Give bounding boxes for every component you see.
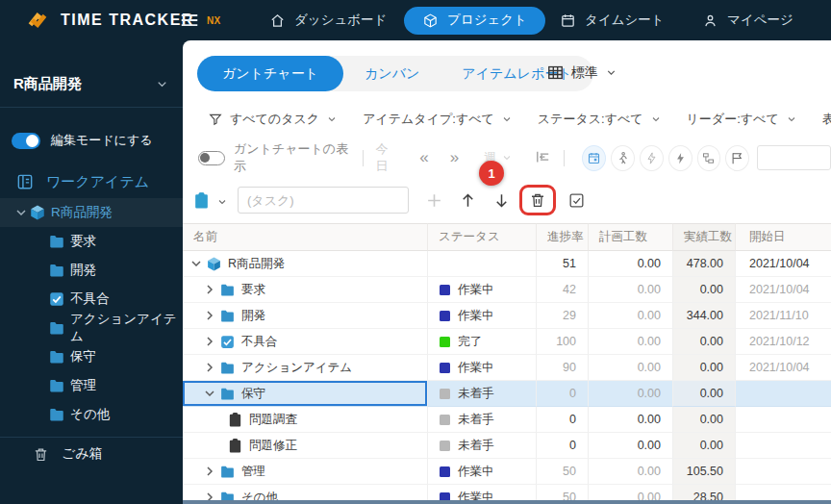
tree-item-label: R商品開発 — [51, 204, 113, 221]
folder-icon — [48, 319, 65, 337]
chevron-right-icon[interactable] — [202, 360, 217, 375]
annotation-step-badge: 1 — [479, 161, 504, 186]
table-row[interactable]: R商品開発510.00478.002021/10/04 — [183, 251, 831, 277]
move-down-icon[interactable] — [492, 191, 511, 210]
sidebar-tree-item-3[interactable]: 不具合 — [0, 285, 183, 314]
table-row[interactable]: 要求作業中420.000.002021/10/04 — [183, 277, 831, 303]
nav-item-mypage[interactable]: マイページ — [702, 0, 793, 40]
nav-item-dashboard[interactable]: ダッシュボード — [269, 0, 387, 40]
related-items-icon[interactable] — [697, 145, 721, 171]
sidebar-item-trash[interactable]: ごみ箱 — [0, 438, 183, 470]
start-date-cell: 2021/11/10 — [736, 303, 831, 329]
edit-mode-toggle[interactable]: 編集モードにする — [12, 127, 183, 154]
sidebar-item-workitems[interactable]: ワークアイテム — [15, 169, 183, 194]
milestone-flag-icon[interactable] — [725, 145, 749, 171]
sidebar-tree-item-2[interactable]: 開発 — [0, 256, 183, 285]
divider — [0, 107, 183, 108]
assignee-walker-icon[interactable] — [611, 145, 635, 171]
table-row[interactable]: 不具合完了1000.000.002021/10/12 — [183, 329, 831, 355]
status-color-icon — [440, 441, 450, 451]
status-color-icon — [440, 415, 450, 425]
filter-all-tasks[interactable]: すべてのタスク — [208, 111, 338, 128]
column-header-start[interactable]: 開始日 — [736, 223, 831, 251]
table-row[interactable]: 問題修正未着手00.000.00 — [183, 433, 831, 459]
tree-item-label: 保守 — [70, 348, 96, 365]
table-row[interactable]: 管理作業中500.00105.50 — [183, 459, 831, 485]
table-row[interactable]: 保守未着手00.000.00 — [183, 381, 831, 407]
filter-item-type[interactable]: アイテムタイプ:すべて — [363, 111, 513, 128]
add-task-icon[interactable] — [425, 191, 443, 210]
table-row[interactable]: アクションアイテム作業中900.000.002021/10/04 — [183, 355, 831, 381]
delete-task-button[interactable] — [519, 185, 556, 215]
column-header-name[interactable]: 名前 — [183, 223, 428, 251]
level-collapse-icon[interactable] — [534, 148, 551, 167]
chevron-down-icon[interactable] — [13, 205, 29, 220]
sidebar-tree-item-7[interactable]: その他 — [0, 400, 183, 429]
calendar-range-icon[interactable] — [582, 145, 606, 171]
status-label: 未着手 — [458, 386, 494, 402]
scroll-right-icon[interactable]: » — [450, 148, 459, 167]
progress-cell: 0 — [537, 381, 589, 407]
nav-item-timesheet[interactable]: タイムシート — [560, 0, 665, 40]
scroll-left-icon[interactable]: « — [419, 148, 428, 167]
chevron-down-icon — [155, 77, 169, 91]
tab-gantt-chart[interactable]: ガントチャート — [197, 56, 343, 91]
horizontal-scrollbar[interactable] — [183, 500, 831, 504]
sidebar-tree-item-root[interactable]: R商品開発 — [0, 198, 183, 227]
sidebar-tree-item-1[interactable]: 要求 — [0, 227, 183, 256]
nav-item-project[interactable]: プロジェクト — [404, 7, 545, 35]
tab-group: ガントチャート カンバン アイテムレポート — [197, 56, 593, 91]
cube3d-icon — [29, 204, 46, 221]
table-row[interactable]: 開発作業中290.00344.002021/11/10 — [183, 303, 831, 329]
planned-hours-cell: 0.00 — [589, 303, 673, 329]
column-header-actual[interactable]: 実績工数 — [673, 223, 736, 251]
new-task-clipboard-icon[interactable] — [192, 191, 211, 210]
workitems-label: ワークアイテム — [46, 173, 149, 191]
chevron-down-icon — [650, 113, 662, 125]
sidebar-tree-item-4[interactable]: アクションアイテム — [0, 314, 183, 342]
toggle-on-icon[interactable] — [12, 133, 40, 149]
column-header-progress[interactable]: 進捗率 — [537, 223, 589, 251]
chevron-down-icon[interactable] — [202, 386, 217, 401]
chevron-down-icon[interactable] — [216, 194, 228, 206]
edit-mode-label: 編集モードにする — [51, 132, 153, 149]
view-tabs: ガントチャート カンバン アイテムレポート — [197, 56, 593, 91]
start-date-cell: 2021/10/04 — [736, 355, 831, 381]
hamburger-menu-icon[interactable] — [179, 0, 200, 40]
item-name: 要求 — [241, 282, 265, 298]
chevron-down-icon[interactable] — [189, 256, 204, 271]
project-selector[interactable]: R商品開発 — [13, 75, 169, 93]
today-button[interactable]: 今日 — [375, 140, 398, 175]
table-row[interactable]: 問題調査未着手00.000.00 — [183, 407, 831, 433]
complete-task-icon[interactable] — [567, 191, 586, 210]
item-name: 問題修正 — [249, 438, 297, 454]
folder-icon — [219, 360, 236, 376]
sidebar-tree-item-6[interactable]: 管理 — [0, 371, 183, 400]
bolt-outline-icon[interactable] — [640, 145, 664, 171]
filter-leader[interactable]: リーダー:すべて — [687, 111, 797, 128]
chevron-right-icon[interactable] — [202, 308, 217, 323]
chevron-right-icon[interactable] — [202, 334, 217, 349]
move-up-icon[interactable] — [459, 191, 477, 210]
status-cell: 作業中 — [428, 277, 537, 303]
item-name: 開発 — [241, 308, 265, 324]
sidebar-tree-item-5[interactable]: 保守 — [0, 342, 183, 371]
gantt-display-toggle[interactable] — [198, 151, 225, 165]
tree-item-label: 要求 — [70, 233, 96, 250]
tab-kanban[interactable]: カンバン — [343, 56, 441, 91]
actual-hours-cell: 0.00 — [673, 355, 736, 381]
chevron-right-icon[interactable] — [202, 282, 217, 297]
view-preset-selector[interactable]: 標準 — [546, 63, 617, 82]
nav-item-label: ダッシュボード — [294, 12, 387, 29]
column-header-plan[interactable]: 計画工数 — [589, 223, 673, 251]
chevron-right-icon[interactable] — [202, 464, 217, 479]
filter-display-level[interactable]: 表示階層:レベル — [822, 111, 831, 128]
chevron-down-icon — [501, 152, 513, 164]
bolt-filled-icon[interactable] — [668, 145, 692, 171]
brand-name: TIME TRACKER — [61, 12, 194, 29]
column-header-status[interactable]: ステータス — [428, 223, 537, 251]
filter-status[interactable]: ステータス:すべて — [538, 111, 662, 128]
task-name-input[interactable] — [238, 187, 409, 214]
toolbar-input-box[interactable] — [757, 145, 831, 170]
folder-icon — [48, 348, 65, 365]
